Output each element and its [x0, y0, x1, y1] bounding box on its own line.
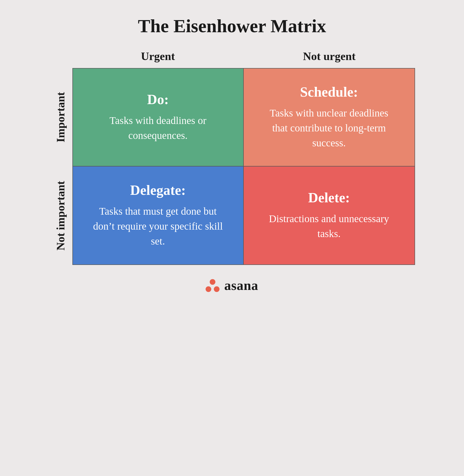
asana-dots-bottom — [206, 286, 220, 292]
matrix-grid: Do: Tasks with deadlines or consequences… — [72, 68, 415, 265]
column-header-urgent: Urgent — [72, 50, 244, 68]
row-label-important: Important — [49, 68, 72, 166]
column-headers: Urgent Not urgent — [72, 50, 415, 68]
asana-dot-left — [206, 286, 211, 292]
page-title: The Eisenhower Matrix — [138, 15, 326, 37]
asana-logo: asana — [206, 278, 258, 293]
quadrant-delete: Delete: Distractions and unnecessary tas… — [244, 166, 415, 264]
quadrant-do: Do: Tasks with deadlines or consequences… — [73, 69, 244, 166]
quadrant-delegate-title: Delegate: — [130, 182, 186, 198]
asana-dot-top — [210, 279, 215, 285]
quadrant-schedule-description: Tasks with unclear deadlines that contri… — [262, 106, 396, 151]
column-header-not-urgent: Not urgent — [244, 50, 415, 68]
asana-icon — [206, 279, 220, 292]
asana-dot-right — [214, 286, 220, 292]
quadrant-schedule: Schedule: Tasks with unclear deadlines t… — [244, 69, 415, 166]
matrix-container: Urgent Not urgent Important Not importan… — [49, 50, 415, 265]
row-labels: Important Not important — [49, 68, 72, 265]
quadrant-delete-title: Delete: — [308, 190, 350, 206]
quadrant-do-description: Tasks with deadlines or consequences. — [91, 113, 225, 143]
quadrant-delete-description: Distractions and unnecessary tasks. — [262, 211, 396, 241]
asana-brand-name: asana — [224, 278, 258, 293]
quadrant-schedule-title: Schedule: — [300, 84, 358, 100]
quadrant-do-title: Do: — [147, 91, 169, 107]
row-label-not-important: Not important — [49, 166, 72, 265]
quadrant-delegate: Delegate: Tasks that must get done but d… — [73, 166, 244, 264]
matrix-body: Important Not important Do: Tasks with d… — [49, 68, 415, 265]
quadrant-delegate-description: Tasks that must get done but don’t requi… — [91, 204, 225, 249]
